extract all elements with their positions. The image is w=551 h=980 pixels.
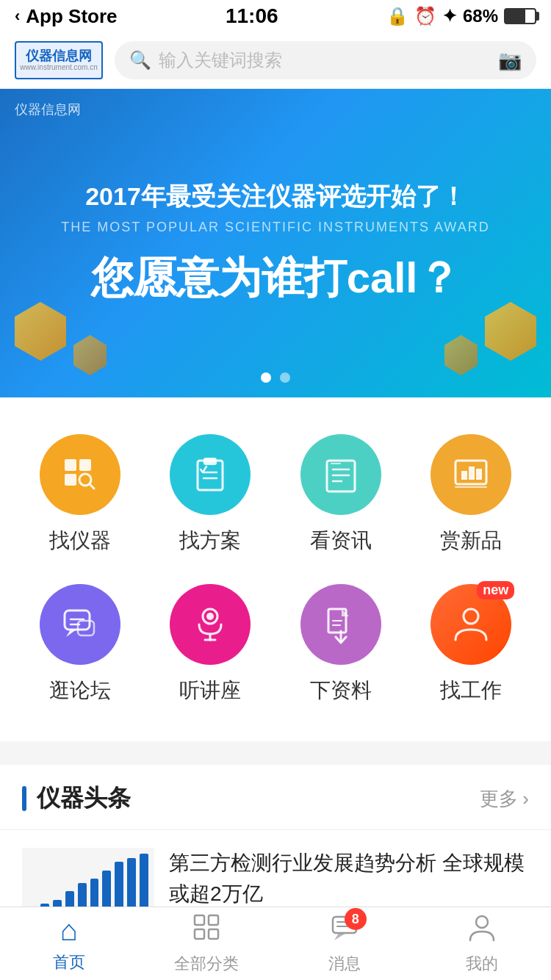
new-products-icon (431, 434, 511, 515)
message-badge: 8 (345, 908, 367, 930)
dot-2[interactable] (280, 372, 290, 383)
grid-row-2: 逛论坛 听讲座 (0, 577, 551, 727)
app-logo: 仪器信息网 www.instrument.com.cn (15, 41, 103, 79)
svg-rect-2 (65, 474, 76, 486)
status-right: 🔒 ⏰ ✦ 68% (386, 6, 536, 26)
svg-rect-1 (79, 459, 91, 471)
new-products-label: 赏新品 (440, 527, 502, 555)
more-label: 更多 (480, 786, 518, 812)
doc-svg (321, 605, 361, 644)
search-input-wrap[interactable]: 🔍 输入关键词搜索 📷 (115, 41, 536, 79)
battery-icon (504, 8, 536, 24)
tab-bar: ⌂ 首页 全部分类 8 消息 (0, 907, 551, 980)
camera-icon[interactable]: 📷 (498, 49, 522, 72)
find-instrument-label: 找仪器 (49, 527, 111, 555)
svg-rect-0 (65, 459, 76, 471)
message-badge-wrap: 8 (330, 912, 359, 948)
status-time: 11:06 (226, 4, 278, 28)
news-title-bar (22, 786, 26, 811)
banner-cube-small-left (73, 335, 107, 375)
news-header: 仪器头条 更多 › (0, 765, 551, 830)
clipboard-svg (190, 455, 230, 494)
svg-rect-41 (195, 915, 204, 925)
svg-rect-17 (476, 469, 482, 480)
find-solution-icon (170, 434, 251, 515)
grid-item-jobs[interactable]: new 找工作 (416, 584, 526, 705)
back-arrow-icon: ‹ (15, 7, 20, 26)
tab-categories-label: 全部分类 (174, 953, 239, 975)
search-grid-svg (60, 455, 100, 494)
banner-decorations-right (485, 302, 536, 361)
status-bar: ‹ App Store 11:06 🔒 ⏰ ✦ 68% (0, 0, 551, 32)
svg-point-49 (476, 916, 488, 928)
grid-item-read-news[interactable]: 看资讯 (286, 434, 396, 555)
banner-cube-small-right (444, 335, 478, 375)
person-svg (451, 605, 491, 644)
banner-logo: 仪器信息网 (15, 101, 81, 118)
tab-home-label: 首页 (53, 951, 85, 973)
download-label: 下资料 (310, 677, 372, 705)
forum-icon (40, 584, 120, 665)
grid-icon (192, 912, 221, 948)
svg-line-4 (90, 484, 94, 489)
tab-messages-label: 消息 (328, 953, 361, 975)
tab-mine[interactable]: 我的 (414, 912, 552, 975)
svg-rect-44 (209, 929, 218, 939)
grid-item-find-solution[interactable]: 找方案 (155, 434, 265, 555)
search-icon: 🔍 (129, 50, 151, 71)
new-badge: new (477, 581, 514, 599)
grid-item-new-products[interactable]: 赏新品 (416, 434, 526, 555)
chart-bar-svg (451, 455, 491, 494)
lecture-label: 听讲座 (179, 677, 241, 705)
grid-item-forum[interactable]: 逛论坛 (25, 584, 135, 705)
logo-title: 仪器信息网 (26, 49, 92, 64)
grid-item-find-instrument[interactable]: 找仪器 (25, 434, 135, 555)
person-icon (467, 912, 497, 948)
download-icon (300, 584, 381, 665)
tab-messages[interactable]: 8 消息 (276, 912, 414, 975)
mic-svg (190, 605, 230, 644)
find-instrument-icon (40, 434, 120, 515)
banner-cta: 您愿意为谁打call？ (91, 250, 461, 307)
news-section-title: 仪器头条 (37, 782, 131, 815)
logo-subtitle: www.instrument.com.cn (20, 63, 98, 71)
grid-section: 找仪器 找方案 (0, 397, 551, 741)
svg-rect-43 (195, 929, 204, 939)
find-solution-label: 找方案 (179, 527, 241, 555)
status-left: ‹ App Store (15, 5, 118, 28)
search-placeholder[interactable]: 输入关键词搜索 (159, 48, 491, 72)
chat-svg (60, 605, 100, 644)
svg-rect-42 (209, 915, 218, 925)
forum-label: 逛论坛 (49, 677, 111, 705)
dot-1[interactable] (261, 372, 271, 383)
read-news-label: 看资讯 (310, 527, 372, 555)
lecture-icon (170, 584, 251, 665)
alarm-icon: ⏰ (414, 6, 436, 26)
banner-subheadline: THE MOST POPULAR SCIENTIFIC INSTRUMENTS … (61, 220, 489, 235)
jobs-icon: new (431, 584, 511, 665)
grid-item-download[interactable]: 下资料 (286, 584, 396, 705)
tab-categories[interactable]: 全部分类 (138, 912, 276, 975)
banner-dots (261, 372, 290, 383)
news-headline-1: 第三方检测行业发展趋势分析 全球规模或超2万亿 (169, 848, 529, 909)
divider-1 (0, 741, 551, 753)
grid-item-lecture[interactable]: 听讲座 (155, 584, 265, 705)
svg-point-25 (206, 613, 214, 620)
tab-home[interactable]: ⌂ 首页 (0, 914, 138, 973)
banner-headline: 2017年最受关注仪器评选开始了！ (85, 180, 466, 214)
svg-rect-6 (204, 458, 217, 465)
svg-rect-23 (78, 621, 94, 635)
news-svg (321, 455, 361, 494)
logo-area[interactable]: 仪器信息网 www.instrument.com.cn (15, 41, 103, 79)
jobs-label: 找工作 (440, 677, 502, 705)
carrier-label: App Store (26, 5, 117, 28)
more-link[interactable]: 更多 › (480, 786, 529, 812)
search-bar: 仪器信息网 www.instrument.com.cn 🔍 输入关键词搜索 📷 (0, 32, 551, 89)
home-icon: ⌂ (60, 914, 78, 947)
lock-icon: 🔒 (386, 6, 408, 26)
tab-mine-label: 我的 (466, 953, 498, 975)
banner[interactable]: 仪器信息网 2017年最受关注仪器评选开始了！ THE MOST POPULAR… (0, 89, 551, 397)
svg-marker-48 (334, 933, 346, 940)
read-news-icon (300, 434, 381, 515)
svg-point-32 (464, 609, 478, 624)
